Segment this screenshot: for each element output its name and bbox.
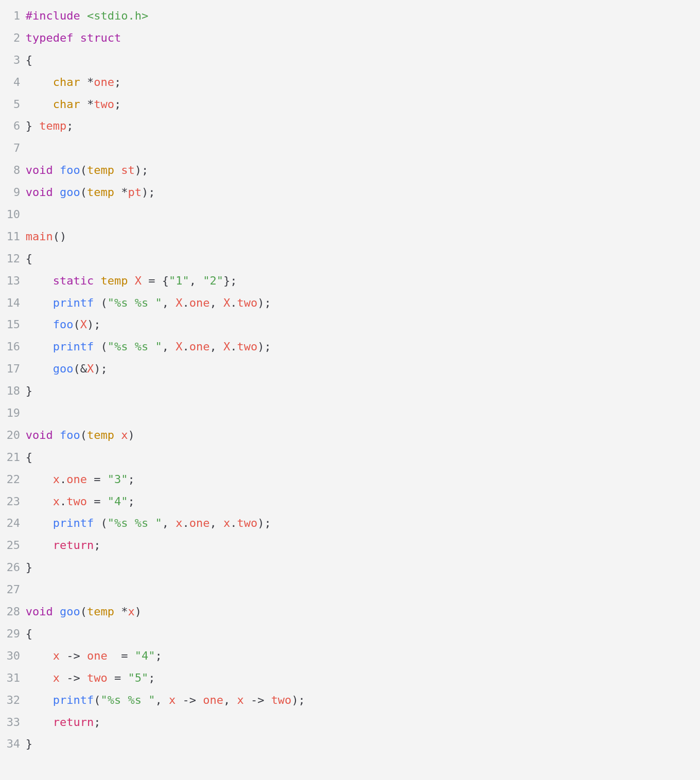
line-content: foo(X); <box>26 314 101 336</box>
line-number: 33 <box>5 712 20 734</box>
line-content: } <box>26 733 32 755</box>
code-line: 7 <box>5 137 695 159</box>
code-line: 21{ <box>5 447 695 469</box>
token: two <box>271 694 292 706</box>
token: . <box>182 340 189 353</box>
line-number: 14 <box>5 292 20 314</box>
token: ( <box>94 517 108 529</box>
token: { <box>26 252 32 265</box>
token: . <box>230 296 237 309</box>
token: one <box>189 340 210 353</box>
line-content: { <box>26 49 32 72</box>
token: ); <box>142 186 155 199</box>
token: ( <box>94 296 108 309</box>
token: * <box>80 76 94 88</box>
line-number: 34 <box>5 733 20 755</box>
token: "3" <box>108 473 128 486</box>
token: () <box>53 230 67 243</box>
token <box>26 495 53 508</box>
token: = { <box>142 274 169 287</box>
token: one <box>66 473 87 486</box>
token: one <box>203 694 223 706</box>
line-number: 26 <box>5 557 20 579</box>
token <box>114 429 121 441</box>
line-content: return; <box>26 535 101 557</box>
line-number: 27 <box>5 579 20 601</box>
token: printf <box>53 694 94 706</box>
token: } <box>26 384 32 397</box>
line-content: { <box>26 447 32 469</box>
token: st <box>121 164 135 176</box>
token: "%s %s " <box>100 694 155 706</box>
line-content: static temp X = {"1", "2"}; <box>26 270 237 292</box>
token: x <box>223 517 230 529</box>
token: return <box>53 716 94 729</box>
token: { <box>26 627 32 640</box>
line-number: 22 <box>5 469 20 491</box>
token <box>26 98 53 111</box>
code-line: 12{ <box>5 248 695 270</box>
code-line: 1#include <stdio.h> <box>5 5 695 27</box>
line-number: 28 <box>5 601 20 623</box>
token <box>26 473 53 486</box>
code-line: 5 char *two; <box>5 94 695 116</box>
token: -> <box>60 649 87 662</box>
token: -> <box>176 694 203 706</box>
code-line: 18} <box>5 380 695 402</box>
line-number: 9 <box>5 182 20 204</box>
line-content: typedef struct <box>26 27 121 49</box>
token: ); <box>291 694 305 706</box>
token <box>26 318 53 331</box>
token: "5" <box>128 671 148 684</box>
token: ( <box>80 186 87 199</box>
token: * <box>80 98 94 111</box>
token: one <box>189 517 210 529</box>
code-line: 32 printf("%s %s ", x -> one, x -> two); <box>5 689 695 712</box>
line-number: 18 <box>5 380 20 402</box>
line-number: 12 <box>5 248 20 270</box>
token: }; <box>223 274 237 287</box>
code-line: 34} <box>5 733 695 755</box>
code-line: 31 x -> two = "5"; <box>5 667 695 689</box>
line-number: 32 <box>5 689 20 712</box>
code-line: 30 x -> one = "4"; <box>5 645 695 667</box>
token: ) <box>128 429 134 441</box>
line-content: printf ("%s %s ", X.one, X.two); <box>26 292 271 314</box>
code-line: 3{ <box>5 49 695 72</box>
token: "2" <box>203 274 223 287</box>
token <box>73 31 80 44</box>
line-content: return; <box>26 712 101 734</box>
token: = <box>108 649 135 662</box>
code-line: 19 <box>5 402 695 424</box>
line-content: x.two = "4"; <box>26 491 135 513</box>
token: X <box>176 296 182 309</box>
code-line: 28void goo(temp *x) <box>5 601 695 623</box>
token <box>26 274 53 287</box>
code-line: 17 goo(&X); <box>5 358 695 380</box>
token: ); <box>257 296 271 309</box>
token: two <box>237 340 257 353</box>
code-line: 33 return; <box>5 712 695 734</box>
code-line: 13 static temp X = {"1", "2"}; <box>5 270 695 292</box>
line-content <box>26 579 32 601</box>
token: { <box>26 451 32 464</box>
token: ; <box>148 671 155 684</box>
line-content <box>26 204 32 226</box>
token: , <box>155 694 169 706</box>
token <box>53 429 60 441</box>
token: , <box>209 296 223 309</box>
token: <stdio.h> <box>87 9 148 22</box>
token: void <box>26 186 53 199</box>
token <box>26 362 53 375</box>
line-content <box>26 402 32 424</box>
code-line: 25 return; <box>5 535 695 557</box>
line-content: printf ("%s %s ", x.one, x.two); <box>26 512 271 535</box>
token: temp <box>87 186 114 199</box>
line-content: char *one; <box>26 72 121 94</box>
token: ( <box>80 429 87 441</box>
token: ; <box>114 76 121 88</box>
line-content: char *two; <box>26 94 121 116</box>
token: , <box>162 340 176 353</box>
token: x <box>53 671 60 684</box>
token: x <box>128 605 134 618</box>
